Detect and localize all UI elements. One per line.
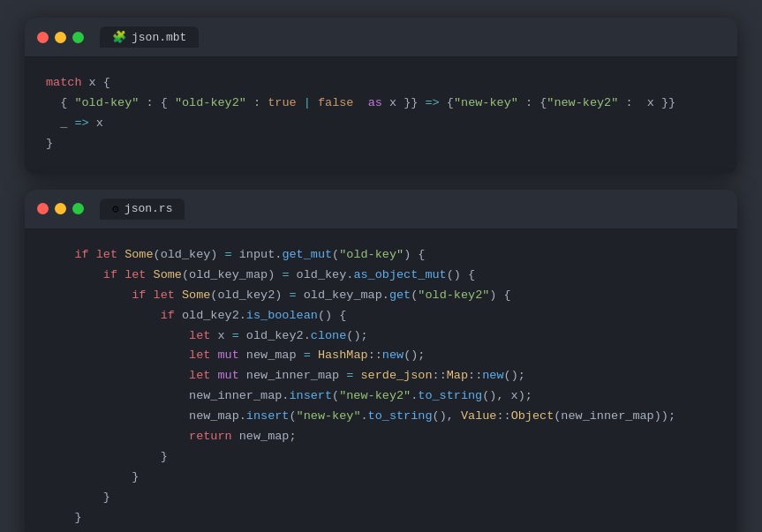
close-button-rs[interactable] — [37, 203, 49, 214]
code-rs: if let Some(old_key) = input.get_mut("ol… — [25, 229, 737, 532]
maximize-button[interactable] — [72, 32, 84, 43]
titlebar-mbt: 🧩 json.mbt — [25, 18, 737, 57]
file-icon-rs: ⚙ — [112, 202, 119, 216]
minimize-button[interactable] — [55, 32, 66, 43]
close-button[interactable] — [37, 32, 49, 43]
traffic-lights-rs — [37, 203, 84, 214]
titlebar-rs: ⚙ json.rs — [25, 190, 737, 229]
traffic-lights-mbt — [37, 32, 84, 43]
file-icon-mbt: 🧩 — [112, 30, 126, 44]
window-rs: ⚙ json.rs if let Some(old_key) = input.g… — [25, 190, 737, 532]
code-mbt: match x { { "old-key" : { "old-key2" : t… — [25, 57, 737, 174]
minimize-button-rs[interactable] — [55, 203, 66, 214]
maximize-button-rs[interactable] — [72, 203, 84, 214]
tab-rs[interactable]: ⚙ json.rs — [100, 199, 185, 220]
window-mbt: 🧩 json.mbt match x { { "old-key" : { "ol… — [25, 18, 737, 174]
tab-mbt[interactable]: 🧩 json.mbt — [100, 26, 199, 48]
tab-label-mbt: json.mbt — [132, 31, 186, 44]
tab-label-rs: json.rs — [124, 202, 173, 215]
